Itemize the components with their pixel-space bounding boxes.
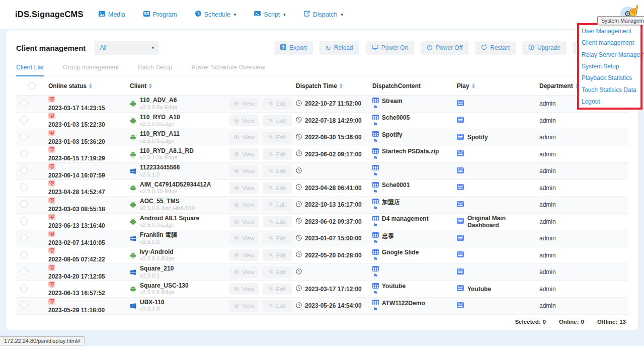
- view-button[interactable]: View: [229, 283, 259, 295]
- nav-dispatch[interactable]: Dispatch ▾: [304, 11, 343, 18]
- menu-item-client-management[interactable]: Client management: [582, 37, 640, 48]
- chevron-down-icon: ▾: [234, 12, 236, 17]
- sort-department[interactable]: [576, 83, 579, 88]
- edit-button[interactable]: ✎ Edit: [263, 233, 292, 244]
- edit-button[interactable]: ✎ Edit: [263, 148, 292, 160]
- menu-item-system-setup[interactable]: System Setup: [582, 60, 640, 72]
- menu-item-relay-server-management[interactable]: Relay Server Management: [582, 49, 640, 60]
- reload-button[interactable]: ↻ Reload: [319, 41, 359, 55]
- row-radio[interactable]: [20, 200, 28, 208]
- view-button[interactable]: View: [229, 115, 259, 126]
- view-button[interactable]: View: [229, 249, 259, 261]
- view-button[interactable]: View: [229, 182, 259, 194]
- table-grid-icon: [372, 148, 379, 155]
- view-button[interactable]: View: [229, 266, 259, 278]
- row-radio[interactable]: [20, 150, 28, 157]
- tab-group-management[interactable]: Group management: [63, 64, 119, 76]
- edit-button[interactable]: ✎ Edit: [263, 98, 292, 110]
- edit-button[interactable]: ✎ Edit: [263, 300, 292, 312]
- row-radio[interactable]: [20, 166, 28, 174]
- client-version: v2.5.0.9-Edge: [140, 222, 199, 228]
- client-version: v2.5.0.8a-Edge: [140, 104, 178, 111]
- client-version: v2.5.0.1: [140, 273, 174, 279]
- view-button[interactable]: View: [229, 199, 259, 211]
- last-online-time: 2023-06-13 13:16:40: [48, 222, 126, 229]
- client-version: v2.5.1.0: [140, 171, 180, 178]
- view-button[interactable]: View: [229, 148, 259, 160]
- restart-button[interactable]: Restart: [475, 41, 516, 55]
- eye-icon: [233, 185, 239, 191]
- last-online-time: 2023-06-13 16:57:52: [48, 290, 126, 297]
- client-version: v2.5.1.0: [140, 306, 165, 313]
- edit-button[interactable]: ✎ Edit: [263, 249, 292, 261]
- client-name: Franklin 電腦: [140, 232, 177, 239]
- sort-play[interactable]: [472, 83, 475, 88]
- row-radio[interactable]: [20, 267, 28, 275]
- tab-power-schedule-overview[interactable]: Power Schedule Overview: [191, 64, 265, 76]
- department-value: admin: [535, 302, 628, 309]
- export-button[interactable]: Export: [274, 41, 313, 55]
- client-os-icon: [130, 134, 136, 141]
- view-button[interactable]: View: [229, 98, 259, 110]
- client-os-icon: [130, 117, 136, 124]
- table-grid-icon: [372, 98, 379, 105]
- department-value: admin: [535, 218, 628, 225]
- edit-button[interactable]: ✎ Edit: [263, 115, 292, 126]
- view-button[interactable]: View: [229, 165, 259, 177]
- select-all-radio[interactable]: [28, 82, 36, 89]
- export-icon: [280, 44, 286, 52]
- menu-item-logout[interactable]: Logout: [582, 96, 640, 108]
- view-button[interactable]: View: [229, 132, 259, 143]
- edit-button[interactable]: ✎ Edit: [263, 283, 292, 295]
- tab-batch-setup[interactable]: Batch Setup: [138, 64, 172, 76]
- row-radio[interactable]: [20, 133, 28, 140]
- power-off-button[interactable]: Power Off: [421, 41, 468, 55]
- playlist-icon: [457, 100, 464, 108]
- nav-media[interactable]: Media: [99, 11, 125, 18]
- sort-online-status[interactable]: [89, 83, 92, 88]
- play-name: Youtube: [467, 286, 491, 293]
- logo-bold: iDS.: [15, 10, 32, 19]
- menu-item-touch-statistics-data[interactable]: Touch Statisics Data: [582, 84, 640, 96]
- row-radio[interactable]: [20, 217, 28, 225]
- department-value: admin: [535, 235, 628, 242]
- client-os-icon: [130, 235, 136, 242]
- sort-dispatch-time[interactable]: [340, 83, 343, 88]
- dispatch-time-value: 2023-03-17 17:12:00: [305, 286, 362, 293]
- group-filter-select[interactable]: All ▾: [95, 41, 159, 55]
- view-button[interactable]: View: [229, 233, 259, 244]
- menu-item-playback-statistics[interactable]: Playback Statistics: [582, 72, 640, 84]
- edit-button[interactable]: ✎ Edit: [263, 216, 292, 227]
- power-on-button[interactable]: Power On: [366, 41, 414, 55]
- sort-client[interactable]: [149, 83, 152, 88]
- view-button[interactable]: View: [229, 216, 259, 227]
- row-radio[interactable]: [20, 301, 28, 309]
- row-radio[interactable]: [20, 116, 28, 124]
- pencil-icon: ✎: [269, 218, 274, 225]
- upgrade-icon: [528, 44, 534, 52]
- clock-icon: [296, 302, 302, 310]
- nav-program[interactable]: Program: [143, 11, 177, 18]
- row-radio[interactable]: [20, 234, 28, 241]
- edit-button[interactable]: ✎ Edit: [263, 266, 292, 278]
- edit-button[interactable]: ✎ Edit: [263, 132, 292, 143]
- view-button[interactable]: View: [229, 300, 259, 312]
- clock-icon: [296, 184, 302, 192]
- clock-icon: [296, 201, 302, 209]
- edit-button[interactable]: ✎ Edit: [263, 199, 292, 211]
- title-row: Client management All ▾ Export ↻ Reload …: [16, 36, 628, 59]
- edit-button[interactable]: ✎ Edit: [263, 165, 292, 177]
- row-radio[interactable]: [20, 285, 28, 292]
- table-row: 2023-06-13 13:16:40 Android A8.1 Square …: [16, 214, 628, 231]
- selected-label: Selected:: [515, 319, 540, 325]
- nav-schedule[interactable]: Schedule ▾: [195, 11, 236, 18]
- row-radio[interactable]: [20, 184, 28, 191]
- nav-script[interactable]: Script ▾: [254, 11, 285, 18]
- row-radio[interactable]: [20, 99, 28, 107]
- tab-client-list[interactable]: Client List: [16, 64, 44, 76]
- row-radio[interactable]: [20, 251, 28, 258]
- edit-button[interactable]: ✎ Edit: [263, 182, 292, 194]
- client-name: Square_210: [140, 265, 174, 273]
- menu-item-user-management[interactable]: User Management: [582, 25, 640, 37]
- upgrade-button[interactable]: Upgrade: [522, 41, 567, 55]
